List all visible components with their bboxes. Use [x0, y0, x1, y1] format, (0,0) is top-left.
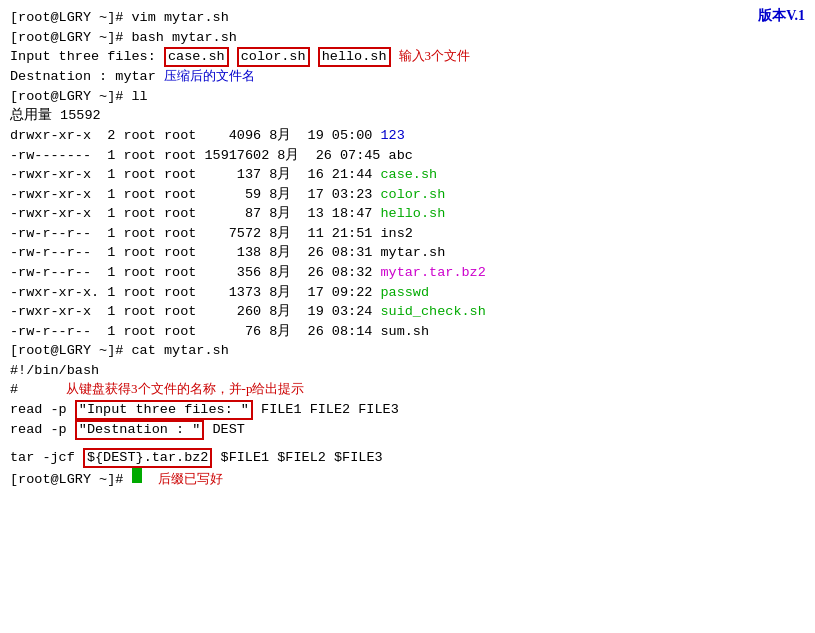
shebang-line: #!/bin/bash	[10, 361, 805, 381]
file1-box: case.sh	[164, 47, 229, 67]
read1-pre: read -p	[10, 400, 75, 420]
file-row-7: -rw-r--r-- 1 root root 356 8月 26 08:32 m…	[10, 263, 805, 283]
dest-annotation: 压缩后的文件名	[164, 67, 255, 86]
dest-text: Destnation : mytar	[10, 67, 156, 87]
total-line: 总用量 15592	[10, 106, 805, 126]
file-row-9: -rwxr-xr-x 1 root root 260 8月 19 03:24 s…	[10, 302, 805, 322]
cmd1-line: [root@LGRY ~]# vim mytar.sh	[10, 8, 805, 28]
tar-dest-box: ${DEST}.tar.bz2	[83, 448, 213, 468]
dest-line: Destnation : mytar压缩后的文件名	[10, 67, 805, 87]
file3-box: hello.sh	[318, 47, 391, 67]
read2-line: read -p "Destnation : " DEST	[10, 420, 805, 440]
tar-post: $FILE1 $FIEL2 $FILE3	[212, 448, 382, 468]
read2-pre: read -p	[10, 420, 75, 440]
final-prompt: [root@LGRY ~]#	[10, 470, 132, 490]
cmd4-line: [root@LGRY ~]# cat mytar.sh	[10, 341, 805, 361]
file-row-3: -rwxr-xr-x 1 root root 59 8月 17 03:23 co…	[10, 185, 805, 205]
suffix-annotation: 后缀已写好	[158, 470, 223, 489]
read1-post: FILE1 FILE2 FILE3	[253, 400, 399, 420]
final-line: [root@LGRY ~]# 后缀已写好	[10, 468, 805, 490]
file-row-10: -rw-r--r-- 1 root root 76 8月 26 08:14 su…	[10, 322, 805, 342]
file-list: drwxr-xr-x 2 root root 4096 8月 19 05:00 …	[10, 126, 805, 341]
tar-line: tar -jcf ${DEST}.tar.bz2 $FILE1 $FIEL2 $…	[10, 448, 805, 468]
read1-quoted-box: "Input three files: "	[75, 400, 253, 420]
file-row-5: -rw-r--r-- 1 root root 7572 8月 11 21:51 …	[10, 224, 805, 244]
input-files-line: Input three files: case.sh color.sh hell…	[10, 47, 805, 67]
script-annotation: 从键盘获得3个文件的名称，并-p给出提示	[66, 380, 304, 399]
file-row-4: -rwxr-xr-x 1 root root 87 8月 13 18:47 he…	[10, 204, 805, 224]
file2-box: color.sh	[237, 47, 310, 67]
terminal-output: [root@LGRY ~]# vim mytar.sh [root@LGRY ~…	[10, 8, 805, 490]
cursor-block	[132, 468, 142, 483]
comment-line: #从键盘获得3个文件的名称，并-p给出提示	[10, 380, 805, 400]
read2-post: DEST	[204, 420, 245, 440]
file-row-0: drwxr-xr-x 2 root root 4096 8月 19 05:00 …	[10, 126, 805, 146]
input-prompt: Input three files:	[10, 47, 164, 67]
file-row-2: -rwxr-xr-x 1 root root 137 8月 16 21:44 c…	[10, 165, 805, 185]
version-label: 版本V.1	[758, 6, 805, 26]
file-row-8: -rwxr-xr-x. 1 root root 1373 8月 17 09:22…	[10, 283, 805, 303]
tar-pre: tar -jcf	[10, 448, 83, 468]
cmd3-line: [root@LGRY ~]# ll	[10, 87, 805, 107]
hash-char: #	[10, 380, 18, 400]
read2-quoted-box: "Destnation : "	[75, 420, 205, 440]
read1-line: read -p "Input three files: " FILE1 FILE…	[10, 400, 805, 420]
file-row-1: -rw------- 1 root root 15917602 8月 26 07…	[10, 146, 805, 166]
file-row-6: -rw-r--r-- 1 root root 138 8月 26 08:31 m…	[10, 243, 805, 263]
input-annotation: 输入3个文件	[399, 47, 471, 66]
cmd2-line: [root@LGRY ~]# bash mytar.sh	[10, 28, 805, 48]
